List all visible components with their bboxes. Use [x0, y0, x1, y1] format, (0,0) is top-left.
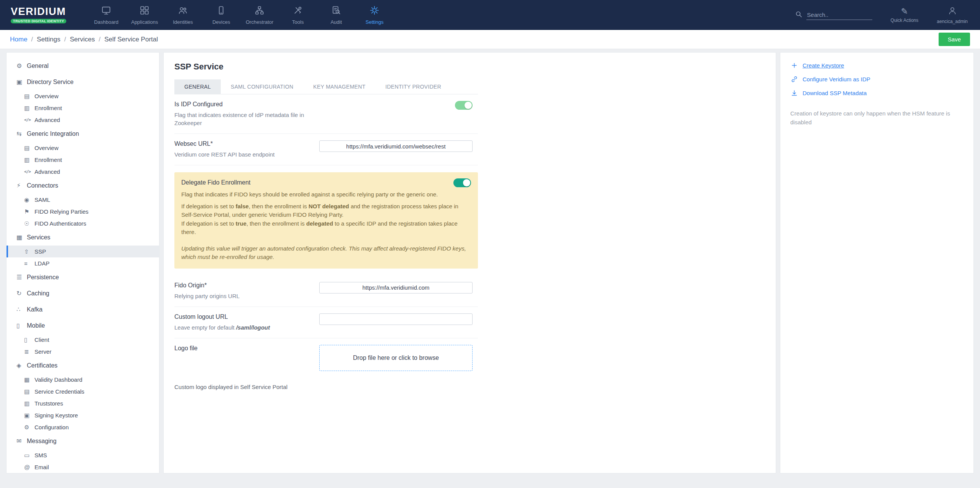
sidebar-item-certificates[interactable]: ◈Certificates — [7, 358, 159, 374]
sidebar-item-label: Truststores — [34, 400, 63, 407]
sidebar-item-truststores[interactable]: ▥Truststores — [7, 397, 159, 409]
sidebar-item-directory-service[interactable]: ▣Directory Service — [7, 74, 159, 90]
sidebar-item-fido-relying-parties[interactable]: ⚑FIDO Relying Parties — [7, 206, 159, 218]
sidebar-item-signing-keystore[interactable]: ▣Signing Keystore — [7, 409, 159, 421]
keystore-actions-panel: Create Keystore Configure Veridium as ID… — [780, 52, 974, 473]
sidebar-item-directory-overview[interactable]: ▤Overview — [7, 90, 159, 102]
messaging-icon: ✉ — [16, 438, 27, 444]
nav-identities[interactable]: Identities — [164, 0, 202, 30]
sidebar-item-connectors[interactable]: ⚡Connectors — [7, 178, 159, 194]
quick-actions-button[interactable]: ✎ Quick Actions — [891, 7, 919, 23]
field-row-websec-url: Websec URL* Veridium core REST API base … — [174, 134, 478, 165]
stats-icon: ▥ — [24, 105, 34, 111]
field-row-logo-file: Logo file Drop file here or click to bro… — [174, 338, 478, 378]
breadcrumb-separator: / — [98, 36, 100, 43]
text-fragment-bold: NOT delegated — [309, 203, 349, 209]
websec-url-input[interactable] — [319, 140, 473, 152]
action-label: Configure Veridium as IDP — [803, 76, 870, 82]
truststore-icon: ▥ — [24, 401, 34, 406]
sidebar-item-fido-authenticators[interactable]: ☉FIDO Authenticators — [7, 218, 159, 229]
tab-key-management[interactable]: KEY MANAGEMENT — [303, 79, 375, 94]
text-fragment-italic: /saml/logout — [236, 324, 270, 331]
sidebar-item-saml[interactable]: ◉SAML — [7, 194, 159, 206]
field-text: Custom logout URL Leave empty for defaul… — [174, 313, 319, 331]
logo-file-dropzone[interactable]: Drop file here or click to browse — [319, 345, 473, 371]
code-icon: </> — [24, 170, 34, 174]
kafka-icon: ∴ — [16, 307, 27, 313]
field-label: Is IDP Configured — [174, 101, 311, 108]
sidebar-item-server[interactable]: ≣Server — [7, 346, 159, 358]
sidebar-item-generic-enrollment[interactable]: ▥Enrollment — [7, 154, 159, 166]
identities-icon — [178, 5, 188, 17]
sidebar-item-label: SSP — [34, 248, 46, 255]
sidebar-item-services[interactable]: ▦Services — [7, 229, 159, 246]
search-input[interactable] — [806, 10, 872, 20]
sidebar-item-mobile[interactable]: ▯Mobile — [7, 318, 159, 334]
configure-veridium-as-idp-link[interactable]: Configure Veridium as IDP — [790, 76, 964, 83]
certificate-icon: ◈ — [16, 363, 27, 369]
sidebar-item-label: Certificates — [27, 362, 57, 369]
sidebar-item-generic-integration[interactable]: ⇆Generic Integration — [7, 126, 159, 142]
breadcrumb-services[interactable]: Services — [70, 36, 95, 43]
sidebar-item-label: SMS — [34, 452, 47, 458]
sidebar-item-kafka[interactable]: ∴Kafka — [7, 302, 159, 318]
nav-orchestrator[interactable]: Orchestrator — [240, 0, 279, 30]
integration-icon: ⇆ — [16, 131, 27, 137]
sidebar-item-generic-overview[interactable]: ▤Overview — [7, 142, 159, 154]
fido-origin-input[interactable] — [319, 282, 473, 293]
nav-label: Tools — [292, 19, 304, 25]
sidebar-item-ldap[interactable]: ≡LDAP — [7, 257, 159, 269]
sidebar-item-validity-dashboard[interactable]: ▦Validity Dashboard — [7, 374, 159, 386]
user-icon — [948, 6, 957, 17]
sidebar-item-generic-advanced[interactable]: </>Advanced — [7, 166, 159, 178]
nav-settings[interactable]: Settings — [355, 0, 394, 30]
field-control — [319, 282, 473, 300]
nav-audit[interactable]: Audit — [317, 0, 355, 30]
content-area: ⚙General ▣Directory Service ▤Overview ▥E… — [0, 49, 980, 476]
sidebar-item-client[interactable]: ▯Client — [7, 334, 159, 346]
delegate-description-1: Flag that indicates if FIDO keys should … — [181, 190, 471, 199]
nav-tools[interactable]: Tools — [279, 0, 317, 30]
sidebar-item-ssp[interactable]: ⇧SSP — [7, 246, 159, 257]
custom-logout-url-input[interactable] — [319, 313, 473, 325]
is-idp-configured-toggle[interactable] — [455, 101, 473, 110]
nav-applications[interactable]: Applications — [125, 0, 164, 30]
tab-general[interactable]: GENERAL — [174, 79, 221, 94]
sidebar-item-caching[interactable]: ↻Caching — [7, 285, 159, 302]
gear-icon: ⚙ — [16, 63, 27, 69]
sidebar-item-general[interactable]: ⚙General — [7, 58, 159, 74]
breadcrumb-home[interactable]: Home — [10, 36, 27, 43]
tab-identity-provider[interactable]: IDENTITY PROVIDER — [376, 79, 451, 94]
email-icon: @ — [24, 464, 34, 470]
nav-label: Audit — [330, 19, 342, 25]
search-icon — [795, 10, 803, 20]
action-label: Download SSP Metadata — [803, 90, 867, 96]
tab-saml-configuration[interactable]: SAML CONFIGURATION — [221, 79, 303, 94]
sidebar-item-label: Overview — [34, 145, 59, 151]
sidebar-item-messaging[interactable]: ✉Messaging — [7, 433, 159, 449]
sidebar-item-sms[interactable]: ▭SMS — [7, 449, 159, 461]
sidebar-item-persistence[interactable]: ☰Persistence — [7, 269, 159, 285]
download-ssp-metadata-link[interactable]: Download SSP Metadata — [790, 89, 964, 97]
chart-icon: ▤ — [24, 145, 34, 151]
breadcrumb-settings[interactable]: Settings — [37, 36, 60, 43]
sidebar-item-directory-enrollment[interactable]: ▥Enrollment — [7, 102, 159, 114]
field-control — [319, 101, 473, 127]
sidebar-item-label: Mobile — [27, 322, 45, 329]
nav-devices[interactable]: Devices — [202, 0, 240, 30]
sidebar-item-label: Configuration — [34, 424, 69, 430]
sidebar-item-email[interactable]: @Email — [7, 461, 159, 473]
ssp-tabs: GENERAL SAML CONFIGURATION KEY MANAGEMEN… — [174, 79, 478, 94]
delegate-description-2: If delegation is set to false, then the … — [181, 202, 471, 219]
sidebar-item-configuration[interactable]: ⚙Configuration — [7, 421, 159, 433]
user-menu[interactable]: aencica_admin — [937, 6, 968, 24]
fingerprint-icon: ☉ — [24, 221, 34, 226]
nav-dashboard[interactable]: Dashboard — [87, 0, 125, 30]
create-keystore-link[interactable]: Create Keystore — [790, 62, 964, 69]
sidebar-item-directory-advanced[interactable]: </>Advanced — [7, 114, 159, 126]
sidebar-item-label: Advanced — [34, 117, 60, 123]
sidebar-item-service-credentials[interactable]: ▤Service Credentials — [7, 386, 159, 397]
save-button[interactable]: Save — [939, 33, 970, 46]
delegate-fido-enrollment-toggle[interactable] — [453, 178, 471, 187]
nav-label: Orchestrator — [246, 19, 273, 25]
